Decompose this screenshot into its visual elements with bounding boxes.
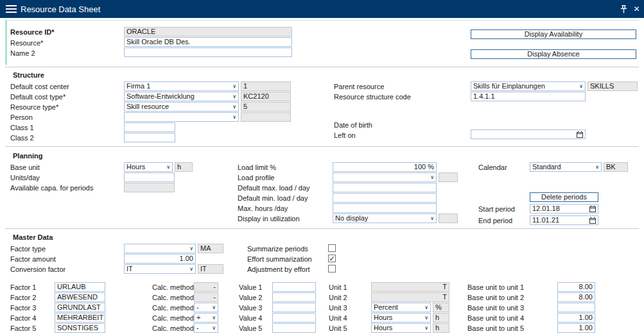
display-availability-button[interactable]: Display Availability: [471, 29, 636, 39]
calc-method-3-label: Calc. method 3: [152, 304, 200, 312]
value-5-field[interactable]: [272, 323, 316, 333]
value-2-field[interactable]: [272, 292, 316, 302]
default-cost-type-code: KC2120: [241, 92, 291, 101]
name2-label: Name 2: [10, 49, 35, 58]
base-unit-to-unit-5-field[interactable]: 1.00: [557, 323, 595, 333]
calc-method-5-value: -: [196, 324, 199, 332]
name2-field[interactable]: [124, 47, 292, 57]
calendar-icon[interactable]: [577, 131, 583, 138]
chevron-down-icon: ∨: [232, 92, 236, 101]
conversion-factor-select[interactable]: IT ∨: [124, 264, 196, 274]
close-icon[interactable]: ✕: [632, 4, 641, 14]
class1-field[interactable]: [124, 122, 175, 132]
unit-1-field: T: [371, 282, 449, 292]
base-unit-to-unit-4-field[interactable]: 1.00: [557, 313, 595, 323]
base-unit-to-unit-4-label: Base unit to unit 4: [467, 314, 524, 323]
factor-amount-label: Factor amount: [10, 255, 56, 264]
factor-1-field[interactable]: URLAUB: [55, 282, 105, 292]
factor-1-label: Factor 1: [10, 283, 36, 292]
factor-5-field[interactable]: SONSTIGES: [55, 323, 105, 333]
menu-bar: [6, 8, 17, 10]
load-limit-field[interactable]: 100 %: [333, 162, 437, 172]
unit-1-label: Unit 1: [329, 283, 347, 292]
left-on-label: Left on: [334, 131, 356, 140]
default-min-load-field[interactable]: [333, 193, 437, 203]
unit-3-select[interactable]: Percent ∨: [371, 303, 431, 312]
calendar-label: Calendar: [478, 164, 507, 172]
title-bar: Resource Data Sheet ✕: [0, 0, 644, 18]
base-unit-select[interactable]: Hours ∨: [124, 162, 173, 172]
person-label: Person: [10, 113, 33, 122]
calendar-icon[interactable]: [589, 217, 596, 224]
calc-method-4-select[interactable]: + ∨: [194, 313, 218, 323]
factor-2-field[interactable]: ABWESEND: [55, 292, 105, 302]
resource-structure-code-field[interactable]: 1.4.1.1: [471, 92, 586, 101]
class2-field[interactable]: [124, 133, 175, 142]
start-period-date-field[interactable]: 12.01.18: [530, 204, 598, 214]
value-1-field[interactable]: [272, 282, 316, 292]
chevron-down-icon: ∨: [595, 163, 599, 171]
unit-2-field: T: [371, 292, 449, 302]
calendar-icon[interactable]: [589, 205, 596, 212]
base-unit-value: Hours: [126, 163, 145, 171]
end-period-value: 11.01.21: [532, 216, 559, 224]
effort-summarization-label: Effort summarization: [247, 255, 312, 264]
max-hours-day-field[interactable]: [333, 203, 437, 213]
factor-type-select[interactable]: ∨: [124, 244, 196, 253]
default-max-load-field[interactable]: [333, 183, 437, 192]
default-cost-center-code: 1: [241, 81, 291, 91]
calc-method-5-select[interactable]: - ∨: [194, 323, 218, 333]
menu-bar: [6, 12, 17, 13]
summarize-periods-checkbox[interactable]: [328, 244, 336, 252]
end-period-date-field[interactable]: 11.01.21: [530, 215, 598, 225]
chevron-down-icon: ∨: [430, 214, 434, 223]
adjustment-by-effort-checkbox[interactable]: [328, 265, 336, 273]
calc-method-3-select[interactable]: - ∨: [194, 303, 218, 312]
pin-icon[interactable]: [619, 4, 629, 14]
chevron-down-icon: ∨: [189, 244, 193, 253]
factor-3-field[interactable]: GRUNDLAST: [55, 303, 105, 312]
factor-type-label: Factor type: [10, 245, 46, 253]
person-select[interactable]: ∨: [124, 112, 239, 122]
default-max-load-label: Default max. load / day: [238, 184, 310, 192]
value-4-field[interactable]: [272, 313, 316, 323]
parent-resource-label: Parent resource: [334, 83, 384, 91]
date-of-birth-label: Date of birth: [334, 121, 372, 130]
menu-icon[interactable]: [6, 5, 17, 13]
unit-4-select[interactable]: Hours ∨: [371, 313, 431, 323]
section-divider: [5, 67, 639, 67]
value-3-field[interactable]: [272, 303, 316, 312]
load-limit-label: Load limit %: [238, 164, 276, 172]
units-per-day-field[interactable]: [124, 172, 175, 182]
display-in-utilization-select[interactable]: No display ∨: [333, 214, 437, 223]
resource-type-select[interactable]: Skill resource ∨: [124, 102, 239, 112]
calendar-select[interactable]: Standard ∨: [530, 162, 602, 172]
resource-field[interactable]: Skill Oracle DB Des.: [124, 37, 292, 47]
resource-id-label: Resource ID*: [10, 28, 54, 37]
chevron-down-icon: ∨: [189, 265, 193, 273]
value-1-label: Value 1: [239, 283, 263, 292]
factor-4-field[interactable]: MEHRARBEIT: [55, 313, 105, 323]
factor-amount-field[interactable]: 1.00: [124, 254, 196, 264]
unit-5-select[interactable]: Hours ∨: [371, 323, 431, 333]
chevron-down-icon: ∨: [424, 314, 428, 322]
load-profile-select[interactable]: ∨: [333, 172, 437, 182]
default-cost-center-select[interactable]: Firma 1 ∨: [124, 81, 239, 91]
delete-periods-button[interactable]: Delete periods: [530, 192, 598, 202]
parent-resource-select[interactable]: Skills für Einplanungen ∨: [471, 81, 586, 91]
unit-4-label: Unit 4: [329, 314, 347, 323]
calc-method-1-label: Calc. method 1: [152, 283, 200, 292]
planning-heading: Planning: [13, 152, 42, 160]
chevron-down-icon: ∨: [166, 163, 170, 171]
base-unit-to-unit-1-field[interactable]: 8.00: [557, 282, 595, 292]
parent-resource-value: Skills für Einplanungen: [473, 82, 545, 90]
effort-summarization-checkbox[interactable]: ✓: [328, 255, 336, 262]
base-unit-to-unit-3-field[interactable]: [557, 303, 595, 312]
default-cost-type-select[interactable]: Software-Entwicklung ∨: [124, 92, 239, 101]
default-cost-type-value: Software-Entwicklung: [126, 92, 195, 101]
display-absence-button[interactable]: Display Absence: [471, 49, 636, 59]
chevron-down-icon: ∨: [232, 113, 236, 121]
chevron-down-icon: ∨: [232, 103, 236, 111]
left-on-date-field[interactable]: [471, 130, 586, 139]
base-unit-to-unit-2-field[interactable]: 8.00: [557, 292, 595, 302]
